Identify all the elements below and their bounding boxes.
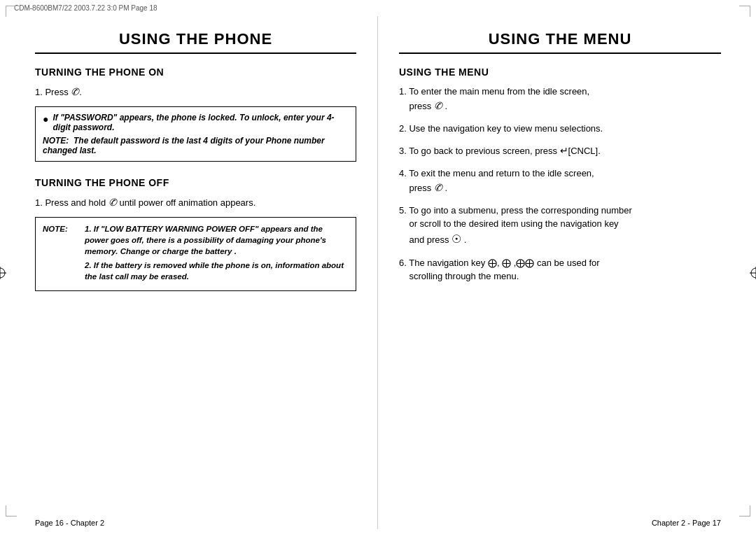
- right-section-title: USING THE MENU: [399, 30, 721, 54]
- menu-step1: 1. To enter the main menu from the idle …: [399, 85, 721, 113]
- left-section-title: USING THE PHONE: [35, 30, 356, 54]
- note-row-header: NOTE: 1. If "LOW BATTERY WARNING POWER O…: [43, 223, 349, 257]
- page-footer: Page 16 - Chapter 2 Chapter 2 - Page 17: [0, 519, 756, 527]
- turning-phone-on-section: TURNING THE PHONE ON 1. Press ✆. ● If "P…: [35, 66, 356, 162]
- crop-mark-tl: [6, 6, 17, 17]
- menu-step2: 2. Use the navigation key to view menu s…: [399, 122, 721, 136]
- crop-mark-br: [739, 505, 750, 517]
- footer-left: Page 16 - Chapter 2: [35, 519, 104, 527]
- low-battery-note-box: NOTE: 1. If "LOW BATTERY WARNING POWER O…: [35, 217, 356, 291]
- default-password-note: NOTE: The default password is the last 4…: [43, 136, 349, 155]
- header-text: CDM-8600BM7/22 2003.7.22 3:0 PM Page 18: [14, 4, 158, 12]
- password-bullet: ● If "PASSWORD" appears, the phone is lo…: [43, 113, 349, 132]
- main-container: USING THE PHONE TURNING THE PHONE ON 1. …: [0, 16, 756, 529]
- password-note-box: ● If "PASSWORD" appears, the phone is lo…: [35, 106, 356, 162]
- note-item2: 2. If the battery is removed while the p…: [85, 260, 349, 282]
- left-edge-mark: [0, 267, 6, 279]
- menu-step5: 5. To go into a submenu, press the corre…: [399, 204, 721, 248]
- turning-phone-off-title: TURNING THE PHONE OFF: [35, 177, 356, 188]
- bullet-dot: ●: [43, 113, 48, 125]
- left-column: USING THE PHONE TURNING THE PHONE ON 1. …: [0, 16, 378, 529]
- menu-step3: 3. To go back to previous screen, press …: [399, 143, 721, 158]
- footer-right: Chapter 2 - Page 17: [652, 519, 721, 527]
- right-edge-mark: [750, 267, 756, 279]
- note-item1: 1. If "LOW BATTERY WARNING POWER OFF" ap…: [85, 223, 349, 257]
- phone-off-step1: 1. Press and hold ✆ until power off anim…: [35, 195, 356, 210]
- menu-step6: 6. The navigation key ⨁, ⨁ ,⨁⨁ can be us…: [399, 256, 721, 283]
- turning-phone-on-title: TURNING THE PHONE ON: [35, 66, 356, 78]
- note-label2: NOTE:: [43, 223, 85, 257]
- menu-step4: 4. To exit the menu and return to the id…: [399, 167, 721, 195]
- note-row2: 2. If the battery is removed while the p…: [85, 260, 349, 282]
- turning-phone-off-section: TURNING THE PHONE OFF 1. Press and hold …: [35, 177, 356, 291]
- crop-mark-tr: [739, 6, 750, 17]
- crop-mark-bl: [6, 505, 17, 517]
- right-column: USING THE MENU USING THE MENU 1. To ente…: [378, 16, 756, 529]
- note-label1: NOTE:: [43, 136, 74, 146]
- password-note-text: If "PASSWORD" appears, the phone is lock…: [52, 113, 349, 132]
- using-menu-section: USING THE MENU 1. To enter the main menu…: [399, 66, 721, 283]
- phone-on-step1: 1. Press ✆.: [35, 85, 356, 99]
- page-header: CDM-8600BM7/22 2003.7.22 3:0 PM Page 18: [0, 0, 756, 16]
- using-menu-title: USING THE MENU: [399, 66, 721, 78]
